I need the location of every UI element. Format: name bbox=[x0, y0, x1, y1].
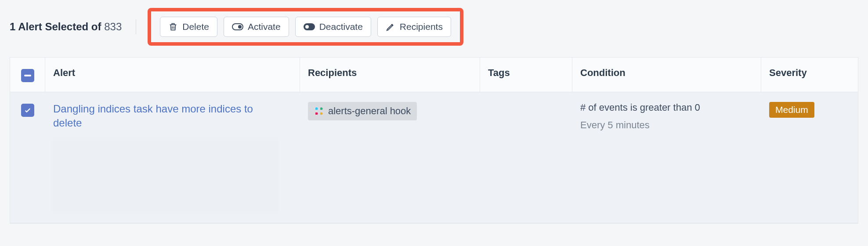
recipients-button-label: Recipients bbox=[400, 22, 443, 32]
toggle-off-icon bbox=[304, 23, 315, 30]
selection-toolbar: 1 Alert Selected of 833 Delete Activate … bbox=[0, 0, 868, 57]
total-count: 833 bbox=[104, 21, 122, 33]
select-all-checkbox[interactable] bbox=[21, 69, 34, 82]
table-header-row: Alert Recipients Tags Condition Severity bbox=[10, 58, 858, 92]
deactivate-button[interactable]: Deactivate bbox=[295, 17, 371, 37]
condition-frequency: Every 5 minutes bbox=[580, 119, 753, 131]
severity-badge: Medium bbox=[769, 102, 814, 118]
delete-button[interactable]: Delete bbox=[160, 17, 217, 37]
row-recipients-cell: alerts-general hook bbox=[300, 92, 480, 223]
row-severity-cell: Medium bbox=[761, 92, 858, 223]
column-recipients[interactable]: Recipients bbox=[300, 58, 480, 92]
table-row: Dangling indices task have more indices … bbox=[10, 92, 858, 223]
condition-main: # of events is greater than 0 bbox=[580, 102, 753, 113]
row-checkbox-cell bbox=[10, 92, 45, 223]
column-alert[interactable]: Alert bbox=[45, 58, 300, 92]
column-condition[interactable]: Condition bbox=[572, 58, 761, 92]
selected-count-prefix: 1 Alert Selected of bbox=[10, 21, 101, 33]
activate-button[interactable]: Activate bbox=[224, 17, 289, 37]
alert-description-redacted bbox=[53, 138, 277, 213]
vertical-divider bbox=[136, 19, 136, 34]
row-tags-cell bbox=[480, 92, 572, 223]
deactivate-button-label: Deactivate bbox=[319, 22, 363, 32]
recipient-label: alerts-general hook bbox=[328, 105, 411, 117]
toggle-on-icon bbox=[232, 23, 243, 30]
selected-count-label: 1 Alert Selected of 833 bbox=[10, 21, 122, 33]
row-condition-cell: # of events is greater than 0 Every 5 mi… bbox=[572, 92, 761, 223]
recipients-button[interactable]: Recipients bbox=[377, 17, 451, 37]
column-tags[interactable]: Tags bbox=[480, 58, 572, 92]
column-checkbox bbox=[10, 58, 45, 92]
alert-title-link[interactable]: Dangling indices task have more indices … bbox=[53, 102, 277, 130]
slack-icon bbox=[314, 106, 324, 116]
recipient-chip[interactable]: alerts-general hook bbox=[308, 102, 417, 120]
delete-button-label: Delete bbox=[182, 22, 209, 32]
bulk-actions-highlight: Delete Activate Deactivate Recipients bbox=[148, 8, 463, 46]
alerts-table: Alert Recipients Tags Condition Severity… bbox=[10, 57, 858, 224]
trash-icon bbox=[168, 22, 178, 32]
column-severity[interactable]: Severity bbox=[761, 58, 858, 92]
activate-button-label: Activate bbox=[248, 22, 281, 32]
check-icon bbox=[24, 106, 32, 114]
row-alert-cell: Dangling indices task have more indices … bbox=[45, 92, 300, 223]
row-checkbox[interactable] bbox=[21, 104, 34, 117]
pencil-icon bbox=[386, 22, 395, 32]
